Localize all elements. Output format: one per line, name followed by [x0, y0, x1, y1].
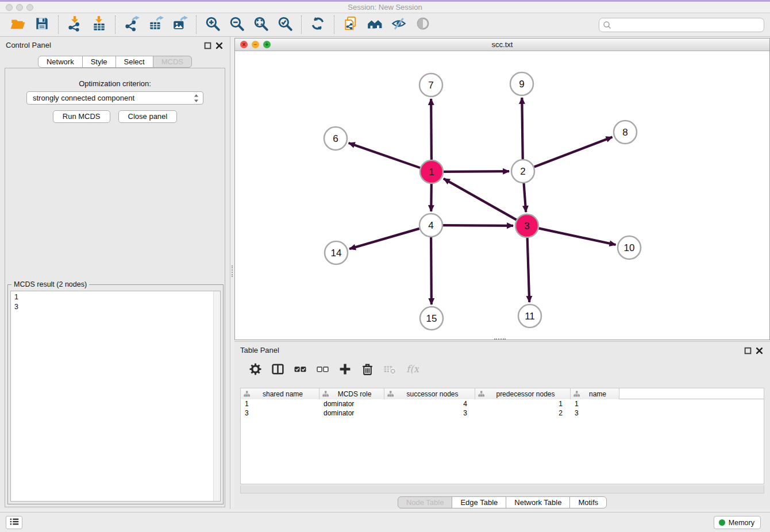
select-all-icon	[294, 363, 307, 378]
table-tabs: Node TableEdge TableNetwork TableMotifs	[234, 496, 770, 508]
result-line: 3	[14, 302, 217, 312]
toolbar-separator	[196, 16, 197, 34]
graph-node-2[interactable]: 2	[511, 160, 534, 183]
graph-node-4[interactable]: 4	[419, 214, 442, 237]
delete-button[interactable]	[360, 364, 374, 376]
cell-shared-name[interactable]: 3	[241, 408, 319, 418]
graph-node-11[interactable]: 11	[518, 304, 541, 327]
graph-edge-3-11[interactable]	[528, 238, 530, 302]
refresh-layout-button[interactable]	[306, 14, 330, 35]
tab-motifs[interactable]: Motifs	[569, 496, 607, 508]
graph-edge-4-3[interactable]	[443, 225, 513, 226]
memory-label: Memory	[729, 519, 754, 527]
export-network-button[interactable]	[120, 14, 144, 35]
copy-network-button[interactable]	[338, 14, 363, 35]
copy-network-icon	[342, 16, 359, 34]
show-panel-button[interactable]	[411, 14, 435, 35]
search-input[interactable]	[599, 18, 764, 32]
column-header-shared-name[interactable]: shared name	[241, 388, 319, 399]
float-panel-icon[interactable]	[744, 346, 752, 354]
export-image-button[interactable]	[168, 14, 192, 35]
graph-edge-1-7[interactable]	[431, 99, 432, 160]
graph-node-label: 9	[519, 79, 524, 90]
import-network-button[interactable]	[63, 14, 87, 35]
graph-edge-2-8[interactable]	[534, 137, 613, 167]
deselect-all-button[interactable]	[315, 364, 329, 376]
open-icon	[10, 16, 26, 34]
graph-node-10[interactable]: 10	[618, 236, 641, 259]
column-header-label: successor nodes	[406, 390, 458, 398]
graph-edge-1-6[interactable]	[349, 143, 420, 168]
network-home-button[interactable]	[363, 14, 387, 35]
mcds-result-list[interactable]: 13	[10, 291, 221, 502]
column-header-mcds-role[interactable]: MCDS role	[319, 388, 384, 399]
result-scrollbar[interactable]	[213, 291, 220, 501]
open-button[interactable]	[6, 14, 30, 35]
cell-shared-name[interactable]: 1	[241, 399, 319, 408]
tab-mcds[interactable]: MCDS	[153, 56, 192, 68]
export-table-icon	[148, 16, 164, 34]
zoom-fit-button[interactable]	[249, 14, 273, 35]
graph-node-3[interactable]: 3	[515, 214, 538, 237]
gear-button[interactable]	[248, 364, 262, 376]
graph-edge-2-9[interactable]	[522, 98, 522, 159]
network-view-titlebar[interactable]: × − + scc.txt	[235, 38, 769, 51]
cell-name[interactable]: 1	[571, 399, 619, 408]
graph-edge-1-2[interactable]	[444, 171, 509, 172]
cell-predecessor-nodes[interactable]: 2	[475, 408, 571, 418]
zoom-in-button[interactable]	[201, 14, 225, 35]
graph-node-15[interactable]: 15	[420, 307, 443, 330]
graph-node-14[interactable]: 14	[325, 241, 348, 264]
zoom-out-button[interactable]	[225, 14, 249, 35]
control-panel-header: Control Panel	[0, 37, 230, 52]
graph-node-6[interactable]: 6	[324, 127, 347, 150]
cell-successor-nodes[interactable]: 3	[384, 408, 475, 418]
close-panel-button[interactable]: Close panel	[118, 110, 178, 123]
import-table-button[interactable]	[87, 14, 111, 35]
cell-predecessor-nodes[interactable]: 1	[475, 399, 571, 408]
float-panel-icon[interactable]	[204, 41, 211, 49]
horizontal-splitter-handle[interactable]	[494, 338, 506, 340]
cell-name[interactable]: 3	[571, 408, 619, 418]
table-hscrollbar[interactable]	[240, 485, 764, 494]
graph-node-1[interactable]: 1	[420, 160, 443, 183]
select-all-button[interactable]	[293, 364, 307, 376]
cell-mcds-role[interactable]: dominator	[319, 408, 384, 418]
criterion-select[interactable]: strongly connected component	[26, 91, 203, 105]
column-header-name[interactable]: name	[571, 388, 619, 399]
hide-panel-button[interactable]	[387, 14, 411, 35]
tab-network-table[interactable]: Network Table	[506, 496, 570, 508]
graph-edge-2-3[interactable]	[524, 183, 526, 212]
graph-node-9[interactable]: 9	[510, 72, 533, 95]
tab-style[interactable]: Style	[82, 56, 116, 68]
tab-select[interactable]: Select	[116, 56, 153, 68]
graph-edge-4-15[interactable]	[431, 237, 432, 304]
graph-edge-3-1[interactable]	[444, 179, 517, 220]
graph-edge-1-4[interactable]	[431, 184, 432, 211]
cell-mcds-role[interactable]: dominator	[319, 399, 384, 408]
tab-node-table[interactable]: Node Table	[398, 496, 453, 508]
cell-successor-nodes[interactable]: 4	[384, 399, 475, 408]
column-header-predecessor-nodes[interactable]: predecessor nodes	[475, 388, 571, 399]
zoom-selected-button[interactable]	[273, 14, 297, 35]
graph-edge-4-14[interactable]	[349, 229, 419, 249]
columns-button[interactable]	[271, 364, 284, 376]
save-button[interactable]	[30, 14, 54, 35]
graph-node-7[interactable]: 7	[419, 74, 442, 97]
task-history-button[interactable]	[6, 516, 22, 529]
column-header-label: predecessor nodes	[496, 390, 555, 398]
run-mcds-button[interactable]: Run MCDS	[53, 110, 110, 123]
column-header-successor-nodes[interactable]: successor nodes	[384, 388, 475, 399]
close-panel-icon[interactable]	[756, 346, 763, 354]
export-table-button[interactable]	[144, 14, 168, 35]
graph-node-8[interactable]: 8	[614, 121, 637, 144]
tab-edge-table[interactable]: Edge Table	[452, 496, 506, 508]
close-panel-icon[interactable]	[215, 41, 223, 49]
vertical-splitter-handle[interactable]	[232, 265, 233, 277]
graph-edge-3-10[interactable]	[539, 228, 616, 245]
network-canvas[interactable]: 1234678910111415	[235, 52, 769, 342]
show-panel-icon	[415, 16, 431, 34]
add-button[interactable]	[338, 364, 352, 376]
memory-button[interactable]: Memory	[714, 516, 761, 529]
tab-network[interactable]: Network	[38, 56, 83, 68]
